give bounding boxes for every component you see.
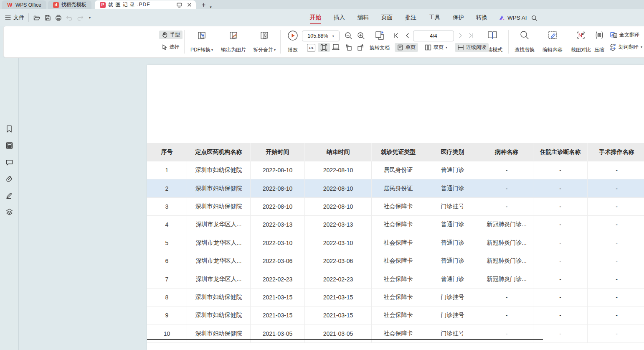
table-cell: 2022-03-13 xyxy=(251,216,305,233)
pdf-convert-button[interactable]: PDF转换▾ xyxy=(187,30,217,54)
menu-item-8[interactable]: 转换 xyxy=(475,9,488,26)
next-page-icon[interactable] xyxy=(458,33,463,38)
double-page-button[interactable]: 双页 ▾ xyxy=(422,43,450,52)
select-tool-button[interactable]: 选择 xyxy=(159,43,182,51)
menu-item-4[interactable]: 页面 xyxy=(380,9,393,26)
hand-tool-button[interactable]: 手型 xyxy=(159,31,183,39)
continuous-read-button[interactable]: 连续阅读 xyxy=(455,43,489,52)
menu-item-3[interactable]: 编辑 xyxy=(357,9,370,26)
attachment-icon[interactable] xyxy=(5,175,13,183)
rotate-doc-button[interactable]: 旋转文档 xyxy=(370,44,390,51)
tab-wps-home[interactable]: W WPS Office xyxy=(2,0,46,9)
bookmark-icon[interactable] xyxy=(5,125,13,133)
table-row[interactable]: 9深圳市妇幼保健院2021-03-152021-03-15社会保障卡门诊挂号--… xyxy=(147,307,644,324)
new-tab-button[interactable]: + xyxy=(202,1,205,9)
full-translate-button[interactable]: A文 全文翻译 xyxy=(610,31,639,38)
first-page-icon[interactable] xyxy=(393,33,399,38)
open-file-icon[interactable] xyxy=(33,14,41,21)
play-label: 播放 xyxy=(288,46,298,54)
table-cell: 2022-03-06 xyxy=(305,252,372,270)
print-icon[interactable] xyxy=(55,14,62,21)
table-cell: 新冠肺炎门诊... xyxy=(480,252,533,270)
table-cell: 深圳市龙华区人... xyxy=(187,252,251,270)
table-cell: - xyxy=(588,270,644,288)
last-page-icon[interactable] xyxy=(468,33,474,38)
export-image-button[interactable]: 输出为图片 xyxy=(217,30,250,54)
table-cell: 2022-02-23 xyxy=(251,270,305,288)
play-button[interactable]: 播放 xyxy=(284,30,302,54)
divider xyxy=(184,30,185,54)
table-cell: 社会保障卡 xyxy=(372,270,425,288)
toolbar: 手型 选择 PDF转换▾ 输出为图片 拆分合并▾ 播放 105.88% xyxy=(3,26,644,58)
menu-search-icon[interactable] xyxy=(530,14,538,22)
prev-page-icon[interactable] xyxy=(405,33,410,38)
table-cell: - xyxy=(588,198,644,215)
table-cell: 2022-02-23 xyxy=(305,270,372,288)
file-menu-label: 文件 xyxy=(13,14,24,21)
svg-text:文: 文 xyxy=(614,34,617,38)
tab-document-active[interactable]: P 就 医 记 录 .PDF xyxy=(95,0,196,9)
table-cell: - xyxy=(533,179,588,197)
edit-content-label: 编辑内容 xyxy=(543,46,563,54)
zoom-level-select[interactable]: 105.88% ▾ xyxy=(302,31,340,41)
find-replace-button[interactable]: 查找替换 xyxy=(511,30,538,54)
table-cell: - xyxy=(588,216,644,233)
compress-button[interactable]: 压缩 xyxy=(590,30,609,54)
split-merge-icon xyxy=(259,30,270,41)
present-monitor-icon[interactable] xyxy=(177,2,183,8)
table-cell: - xyxy=(588,161,644,179)
tab-docer[interactable]: d 找稻壳模板 xyxy=(48,0,91,9)
table-cell: 深圳市龙华区人... xyxy=(187,234,251,252)
thumbnail-icon[interactable] xyxy=(5,141,13,150)
cursor-icon xyxy=(162,44,167,50)
table-cell: 9 xyxy=(147,307,187,324)
double-page-icon xyxy=(425,44,431,51)
table-row[interactable]: 8深圳市妇幼保健院2021-03-152021-03-15社会保障卡门诊挂号--… xyxy=(147,289,644,307)
fit-width-button[interactable] xyxy=(332,44,340,50)
file-menu-button[interactable]: 文件 xyxy=(5,9,24,26)
actual-size-button[interactable]: 1:1 xyxy=(307,44,315,51)
zoom-in-icon[interactable] xyxy=(357,32,365,40)
word-translate-button[interactable]: 文A 划词翻译 ▾ xyxy=(609,43,642,51)
comment-icon[interactable] xyxy=(5,158,13,166)
redo-icon[interactable] xyxy=(76,14,84,21)
swap-pages-icon[interactable] xyxy=(374,30,385,41)
divider xyxy=(508,30,509,54)
menu-item-7[interactable]: 保护 xyxy=(452,9,465,26)
table-cell: - xyxy=(480,161,533,179)
single-page-button[interactable]: 单页 xyxy=(395,43,418,52)
save-icon[interactable] xyxy=(44,14,51,21)
table-cell: 2022-08-10 xyxy=(305,198,372,215)
rotate-right-icon[interactable] xyxy=(357,44,365,51)
table-row[interactable]: 3深圳市妇幼保健院2022-08-102022-08-10社会保障卡门诊挂号--… xyxy=(147,198,644,216)
menu-item-5[interactable]: 批注 xyxy=(404,9,417,26)
fit-page-button[interactable] xyxy=(318,43,330,52)
close-tab-icon[interactable] xyxy=(187,2,193,8)
undo-icon[interactable] xyxy=(66,14,73,21)
tab-list-chevron-icon[interactable]: ▾ xyxy=(210,5,212,9)
table-row[interactable]: 2深圳市妇幼保健院2022-08-102022-08-10居民身份证普通门诊--… xyxy=(147,179,644,197)
table-header-cell: 病种名称 xyxy=(480,143,533,161)
menu-wps-ai[interactable]: WPS AI xyxy=(498,9,528,26)
table-header-cell: 手术操作名称 xyxy=(588,143,644,161)
menu-item-6[interactable]: 工具 xyxy=(428,9,441,26)
quickbar-chevron-icon[interactable]: ▾ xyxy=(86,14,94,21)
rotate-left-icon[interactable] xyxy=(345,44,352,51)
zoom-out-icon[interactable] xyxy=(345,32,352,40)
table-row[interactable]: 10深圳市妇幼保健院2021-03-052021-03-05社会保障卡门诊挂号-… xyxy=(147,325,644,343)
table-row[interactable]: 7深圳市龙华区人...2022-02-232022-02-23社会保障卡普通门诊… xyxy=(147,270,644,288)
table-cell: 2021-03-15 xyxy=(305,289,372,306)
signature-icon[interactable] xyxy=(5,191,13,199)
layers-icon[interactable] xyxy=(5,208,13,216)
menu-item-1[interactable]: 开始 xyxy=(309,9,322,26)
table-row[interactable]: 5深圳市龙华区人...2022-03-102022-03-10社会保障卡普通门诊… xyxy=(147,234,644,252)
edit-content-button[interactable]: 编辑内容 xyxy=(539,30,566,54)
table-cell: 2022-03-10 xyxy=(251,234,305,252)
table-row[interactable]: 6深圳市龙华区人...2022-03-062022-03-06社会保障卡普通门诊… xyxy=(147,252,644,270)
table-row[interactable]: 1深圳市妇幼保健院2022-08-102022-08-10居民身份证普通门诊--… xyxy=(147,161,644,179)
table-row[interactable]: 4深圳市龙华区人...2022-03-132022-03-13社会保障卡普通门诊… xyxy=(147,216,644,234)
table-cell: 普通门诊 xyxy=(425,179,480,197)
split-merge-button[interactable]: 拆分合并▾ xyxy=(249,30,279,54)
menu-item-2[interactable]: 插入 xyxy=(333,9,346,26)
page-number-input[interactable] xyxy=(413,31,454,41)
